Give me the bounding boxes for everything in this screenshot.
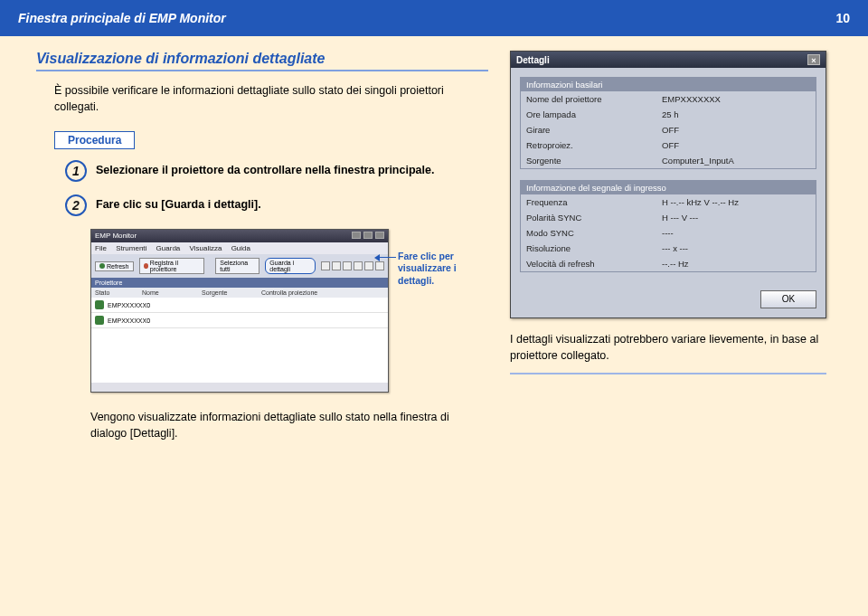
detail-label: Modo SYNC bbox=[526, 228, 662, 238]
detail-value: H --.-- kHz V --.-- Hz bbox=[662, 197, 810, 207]
callout-text: Fare clic per visualizzare i dettagli. bbox=[398, 251, 470, 286]
detail-value: --- x --- bbox=[662, 243, 810, 253]
select-all-button[interactable]: Seleziona tutti bbox=[215, 258, 259, 274]
ok-button[interactable]: OK bbox=[760, 290, 816, 308]
detail-value: H --- V --- bbox=[662, 213, 810, 223]
dlg-footer: OK bbox=[511, 290, 826, 317]
guarda-label: Guarda i dettagli bbox=[269, 260, 311, 272]
close-icon[interactable]: × bbox=[807, 54, 820, 65]
left-column: Visualizzazione di informazioni dettagli… bbox=[36, 51, 488, 442]
col-stato: Stato bbox=[95, 289, 142, 296]
projector-icon bbox=[95, 300, 104, 309]
window-buttons bbox=[351, 232, 384, 241]
row-name: EMPXXXXXX0 bbox=[108, 302, 150, 308]
table-row[interactable]: EMPXXXXXX0 bbox=[91, 313, 388, 328]
detail-value: Computer1_InputA bbox=[662, 156, 810, 166]
detail-row: Velocità di refresh--.-- Hz bbox=[521, 256, 816, 271]
refresh-label: Refresh bbox=[107, 263, 129, 270]
dlg-titlebar: Dettagli × bbox=[511, 52, 826, 68]
col-spacer bbox=[142, 280, 384, 286]
mw-statusbar bbox=[91, 383, 388, 392]
section-title: Visualizzazione di informazioni dettagli… bbox=[36, 51, 488, 71]
mw-subheader: Stato Nome Sorgente Controlla proiezione bbox=[91, 288, 388, 298]
detail-label: Frequenza bbox=[526, 197, 662, 207]
mw-body-empty bbox=[91, 328, 388, 383]
detail-value: OFF bbox=[662, 140, 810, 150]
step-1: 1 Selezionare il proiettore da controlla… bbox=[65, 160, 488, 182]
detail-value: ---- bbox=[662, 228, 810, 238]
menu-item[interactable]: Strumenti bbox=[116, 244, 146, 252]
menu-item[interactable]: Guida bbox=[231, 244, 250, 252]
right-column: Dettagli × Informazioni basilari Nome de… bbox=[510, 51, 835, 442]
minimize-icon[interactable] bbox=[352, 232, 361, 239]
col-nome: Nome bbox=[142, 289, 202, 296]
detail-row: Retroproiez.OFF bbox=[521, 137, 816, 153]
mw-list-header: Proiettore bbox=[91, 278, 388, 288]
detail-value: --.-- Hz bbox=[662, 259, 810, 269]
step-2: 2 Fare clic su [Guarda i dettagli]. bbox=[65, 194, 488, 216]
detail-label: Velocità di refresh bbox=[526, 259, 662, 269]
step-bullet-2: 2 bbox=[65, 194, 87, 216]
detail-row: Risoluzione--- x --- bbox=[521, 241, 816, 256]
detail-label: Retroproiez. bbox=[526, 140, 662, 150]
detail-label: Risoluzione bbox=[526, 243, 662, 253]
detail-row: Modo SYNC---- bbox=[521, 225, 816, 241]
group-header: Informazioni basilari bbox=[521, 78, 816, 91]
detail-label: Ore lampada bbox=[526, 109, 662, 119]
mw-toolbar: Refresh Registra il proiettore Seleziona… bbox=[91, 254, 388, 278]
select-all-label: Seleziona tutti bbox=[220, 260, 255, 272]
control-icons bbox=[321, 261, 384, 270]
group-segnale: Informazione del segnale di ingresso Fre… bbox=[520, 180, 816, 272]
page-header: Finestra principale di EMP Monitor 10 bbox=[0, 0, 868, 36]
procedure-badge: Procedura bbox=[54, 131, 135, 149]
detail-label: Girare bbox=[526, 125, 662, 135]
col-contr: Controlla proiezione bbox=[261, 289, 334, 296]
guarda-dettagli-button[interactable]: Guarda i dettagli bbox=[265, 258, 316, 274]
detail-value: EMPXXXXXXX bbox=[662, 94, 810, 104]
main-window-screenshot: EMP Monitor File Strumenti Guarda Visual… bbox=[90, 229, 488, 393]
detail-row: Polarità SYNCH --- V --- bbox=[521, 210, 816, 225]
col-sorgente: Sorgente bbox=[202, 289, 261, 296]
register-button[interactable]: Registra il proiettore bbox=[139, 258, 205, 274]
content-area: Visualizzazione di informazioni dettagli… bbox=[0, 36, 868, 442]
detail-label: Nome del proiettore bbox=[526, 94, 662, 104]
page-number: 10 bbox=[835, 11, 850, 25]
ctrl-icon[interactable] bbox=[343, 261, 352, 270]
group-header: Informazione del segnale di ingresso bbox=[521, 181, 816, 194]
dlg-body: Informazioni basilari Nome del proiettor… bbox=[511, 68, 826, 290]
detail-value: 25 h bbox=[662, 109, 810, 119]
projector-icon bbox=[95, 316, 104, 325]
menu-item[interactable]: Guarda bbox=[156, 244, 181, 252]
step-text-2: Fare clic su [Guarda i dettagli]. bbox=[96, 194, 261, 213]
ctrl-icon[interactable] bbox=[332, 261, 341, 270]
ctrl-icon[interactable] bbox=[354, 261, 363, 270]
mw-titlebar: EMP Monitor bbox=[91, 230, 388, 242]
register-label: Registra il proiettore bbox=[150, 260, 200, 272]
menu-item[interactable]: File bbox=[95, 244, 107, 252]
row-name: EMPXXXXXX0 bbox=[108, 317, 150, 324]
result-note: Vengono visualizzate informazioni dettag… bbox=[90, 409, 452, 441]
ctrl-icon[interactable] bbox=[321, 261, 330, 270]
mw-menubar: File Strumenti Guarda Visualizza Guida bbox=[91, 242, 388, 254]
detail-label: Sorgente bbox=[526, 156, 662, 166]
register-icon bbox=[144, 263, 148, 269]
detail-row: Nome del proiettoreEMPXXXXXXX bbox=[521, 91, 816, 107]
table-row[interactable]: EMPXXXXXX0 bbox=[91, 298, 388, 313]
step-bullet-1: 1 bbox=[65, 160, 87, 182]
refresh-button[interactable]: Refresh bbox=[95, 261, 134, 271]
menu-item[interactable]: Visualizza bbox=[190, 244, 222, 252]
detail-row: SorgenteComputer1_InputA bbox=[521, 153, 816, 168]
ctrl-icon[interactable] bbox=[375, 261, 384, 270]
step-text-1: Selezionare il proiettore da controllare… bbox=[96, 160, 434, 178]
details-dialog: Dettagli × Informazioni basilari Nome de… bbox=[510, 51, 826, 318]
right-note: I dettagli visualizzati potrebbero varia… bbox=[510, 331, 826, 374]
ctrl-icon[interactable] bbox=[364, 261, 373, 270]
main-window: EMP Monitor File Strumenti Guarda Visual… bbox=[90, 229, 389, 393]
col-proiettore: Proiettore bbox=[95, 280, 142, 286]
detail-row: GirareOFF bbox=[521, 122, 816, 137]
detail-label: Polarità SYNC bbox=[526, 213, 662, 223]
maximize-icon[interactable] bbox=[363, 232, 373, 239]
group-basilari: Informazioni basilari Nome del proiettor… bbox=[520, 77, 816, 169]
mw-title: EMP Monitor bbox=[95, 232, 137, 241]
close-icon[interactable] bbox=[375, 232, 384, 239]
